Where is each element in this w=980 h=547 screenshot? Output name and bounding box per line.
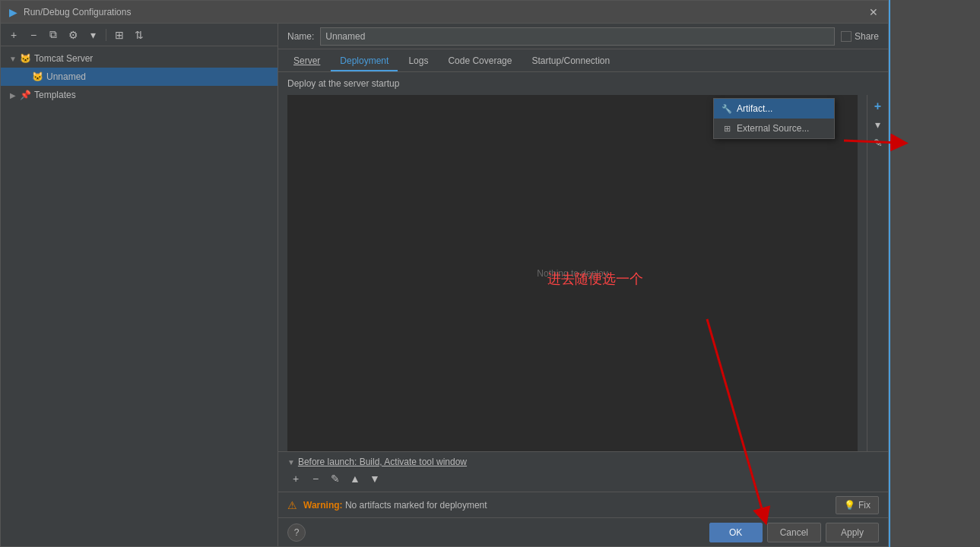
dialog-icon: ▶ xyxy=(7,6,19,18)
add-config-button[interactable]: + xyxy=(5,27,22,43)
name-input[interactable] xyxy=(320,27,835,46)
warning-text: Warning: No artifacts marked for deploym… xyxy=(303,500,829,511)
before-launch-label: Before launch: Build, Activate tool wind… xyxy=(298,457,467,467)
unnamed-item[interactable]: 🐱 Unnamed xyxy=(1,68,278,86)
external-icon: ⊞ xyxy=(722,123,732,134)
tab-logs[interactable]: Logs xyxy=(399,52,437,71)
deploy-header: Deploy at the server startup xyxy=(278,72,888,95)
before-launch-section: ▼ Before launch: Build, Activate tool wi… xyxy=(278,451,888,492)
before-launch-edit[interactable]: ✎ xyxy=(327,470,344,487)
edit-deploy-button[interactable]: ✎ xyxy=(870,134,886,151)
tomcat-icon: 🐱 xyxy=(19,52,31,65)
templates-toggle-icon: ▶ xyxy=(7,89,19,101)
move-down-button[interactable]: ▾ xyxy=(870,116,886,133)
warning-bar: ⚠ Warning: No artifacts marked for deplo… xyxy=(278,492,888,517)
dropdown-menu: 🔧 Artifact... ⊞ External Source... xyxy=(713,98,835,139)
deploy-sidebar: + ▾ ✎ xyxy=(867,95,888,451)
sidebar-toolbar: + − ⧉ ⚙ ▾ ⊞ ⇅ xyxy=(1,24,278,46)
tomcat-server-group[interactable]: ▼ 🐱 Tomcat Server xyxy=(1,49,278,68)
run-debug-dialog: ▶ Run/Debug Configurations ✕ + − ⧉ ⚙ ▾ ⊞… xyxy=(0,0,889,547)
dialog-body: + − ⧉ ⚙ ▾ ⊞ ⇅ ▼ 🐱 Tomcat Server xyxy=(1,24,888,546)
tabs-bar: Server Deployment Logs Code Coverage Sta… xyxy=(278,49,888,72)
close-button[interactable]: ✕ xyxy=(865,4,882,21)
before-launch-toolbar: + − ✎ ▲ ▼ xyxy=(287,469,879,489)
before-launch-up[interactable]: ▲ xyxy=(347,470,363,487)
config-tree: ▼ 🐱 Tomcat Server 🐱 Unnamed ▶ 📌 Template… xyxy=(1,46,278,546)
tomcat-toggle-icon: ▼ xyxy=(7,52,19,65)
artifact-item-label: Artifact... xyxy=(737,103,772,114)
share-label: Share xyxy=(855,31,879,42)
artifact-icon: 🔧 xyxy=(722,103,732,114)
name-field-label: Name: xyxy=(287,31,314,42)
add-deploy-button[interactable]: + xyxy=(870,98,886,115)
dropdown-external-item[interactable]: ⊞ External Source... xyxy=(714,119,834,138)
warning-icon: ⚠ xyxy=(287,499,297,511)
dropdown-artifact-item[interactable]: 🔧 Artifact... xyxy=(714,99,834,119)
fix-icon: 💡 xyxy=(844,500,855,511)
before-launch-header: ▼ Before launch: Build, Activate tool wi… xyxy=(287,455,879,469)
remove-config-button[interactable]: − xyxy=(25,27,42,43)
ide-background-panel xyxy=(889,0,980,547)
bottom-bar: ? OK Cancel Apply xyxy=(278,517,888,546)
tomcat-group-label: Tomcat Server xyxy=(34,53,93,64)
deploy-content-row: Nothing to deploy 🔧 Artifact... ⊞ Extern… xyxy=(278,95,888,451)
templates-icon: 📌 xyxy=(19,89,31,101)
tab-deployment[interactable]: Deployment xyxy=(331,52,398,71)
title-bar: ▶ Run/Debug Configurations ✕ xyxy=(1,1,888,24)
templates-group[interactable]: ▶ 📌 Templates xyxy=(1,86,278,104)
ok-button[interactable]: OK xyxy=(709,523,763,542)
nothing-to-deploy-label: Nothing to deploy xyxy=(537,268,607,279)
copy-config-button[interactable]: ⧉ xyxy=(45,27,62,43)
tab-server[interactable]: Server xyxy=(284,52,329,71)
content-area: Deploy at the server startup Nothing to … xyxy=(278,72,888,546)
deploy-header-label: Deploy at the server startup xyxy=(287,78,399,89)
deploy-list-area: Nothing to deploy 🔧 Artifact... ⊞ Extern… xyxy=(287,95,858,451)
cancel-button[interactable]: Cancel xyxy=(767,523,821,542)
external-item-label: External Source... xyxy=(737,123,809,134)
tab-startup[interactable]: Startup/Connection xyxy=(522,52,619,71)
help-button[interactable]: ? xyxy=(287,523,306,542)
dialog-title: Run/Debug Configurations xyxy=(24,7,865,17)
before-launch-down[interactable]: ▼ xyxy=(366,470,383,487)
apply-button[interactable]: Apply xyxy=(826,523,879,542)
dropdown-config-button[interactable]: ▾ xyxy=(84,27,101,43)
fix-button[interactable]: 💡 Fix xyxy=(836,496,879,514)
unnamed-toggle-icon xyxy=(19,71,31,83)
unnamed-label: Unnamed xyxy=(46,71,86,82)
name-row: Name: Share xyxy=(278,24,888,49)
share-checkbox[interactable] xyxy=(841,31,852,42)
unnamed-icon: 🐱 xyxy=(31,71,43,83)
templates-label: Templates xyxy=(34,90,76,100)
before-launch-add[interactable]: + xyxy=(287,470,304,487)
sidebar: + − ⧉ ⚙ ▾ ⊞ ⇅ ▼ 🐱 Tomcat Server xyxy=(1,24,278,546)
tab-coverage[interactable]: Code Coverage xyxy=(439,52,521,71)
sort-config-button[interactable]: ⇅ xyxy=(131,27,147,43)
before-launch-remove[interactable]: − xyxy=(307,470,324,487)
right-panel: Name: Share Server Deployment Logs xyxy=(278,24,888,546)
toolbar-divider xyxy=(106,29,106,41)
settings-config-button[interactable]: ⚙ xyxy=(65,27,81,43)
expand-config-button[interactable]: ⊞ xyxy=(111,27,128,43)
share-checkbox-area: Share xyxy=(841,31,879,42)
